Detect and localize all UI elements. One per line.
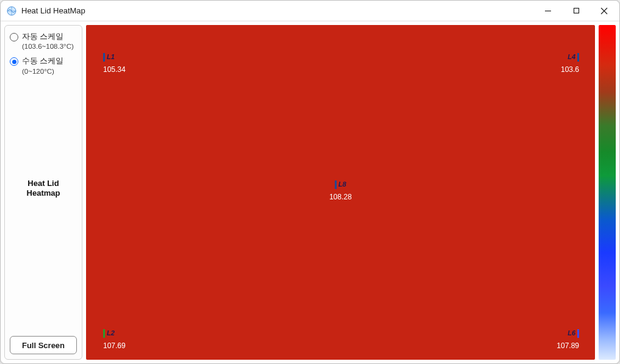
app-window: Heat Lid HeatMap 자동 스케일 (103.6~108.3°C) [0,0,620,364]
sensor-id: L4 [568,53,575,61]
sensor-marker-L8: L8 [330,180,352,189]
svg-rect-2 [574,9,579,13]
sensor-L4: L4 103.6 [561,53,579,74]
panel-title: Heat Lid Heatmap [10,179,77,199]
sensor-bar-icon [103,53,105,62]
radio-icon [10,33,18,41]
sensor-value: 107.69 [103,341,126,350]
sensor-id: L8 [339,180,347,188]
manual-scale-range: (0~120°C) [22,68,77,75]
auto-scale-range: (103.6~108.3°C) [22,43,77,50]
radio-auto-scale[interactable]: 자동 스케일 [10,32,77,41]
sensor-bar-icon [335,180,337,189]
window-title: Heat Lid HeatMap [21,6,85,15]
radio-manual-scale[interactable]: 수동 스케일 [10,56,77,66]
sensor-bar-icon [103,329,105,338]
sidebar: 자동 스케일 (103.6~108.3°C) 수동 스케일 (0~120°C) … [4,25,82,360]
sensor-L6: L6 107.89 [557,329,579,350]
sensor-id: L6 [568,329,575,337]
sensor-bar-icon [577,329,579,338]
sensor-id: L2 [107,329,115,337]
sensor-marker-L6: L6 [557,329,579,338]
sensor-L2: L2 107.69 [103,329,126,350]
color-scale-bar [599,25,616,360]
sensor-marker-L1: L1 [103,53,126,62]
app-icon [7,6,16,16]
heatmap-area: L1 105.34 L4 103.6 L8 108.2 [86,25,616,360]
radio-icon [10,57,18,66]
scale-radio-group: 자동 스케일 (103.6~108.3°C) 수동 스케일 (0~120°C) [10,32,77,81]
heatmap-canvas: L1 105.34 L4 103.6 L8 108.2 [86,25,595,360]
sensor-value: 107.89 [557,341,579,350]
sensor-L8: L8 108.28 [330,180,352,201]
window-controls [534,1,618,21]
sensor-value: 108.28 [330,193,352,201]
radio-label: 자동 스케일 [22,32,63,41]
sensor-id: L1 [107,53,115,61]
titlebar[interactable]: Heat Lid HeatMap [1,1,619,21]
fullscreen-button[interactable]: Full Screen [10,336,77,354]
minimize-button[interactable] [534,1,562,21]
panel-title-line2: Heatmap [27,188,60,198]
sensor-marker-L4: L4 [561,53,579,62]
sensor-bar-icon [577,53,579,62]
fullscreen-button-label: Full Screen [22,341,65,350]
sensor-value: 105.34 [103,65,126,74]
sensor-marker-L2: L2 [103,329,126,338]
close-button[interactable] [590,1,618,21]
panel-title-line1: Heat Lid [27,179,59,188]
sensor-value: 103.6 [561,65,579,74]
content-area: 자동 스케일 (103.6~108.3°C) 수동 스케일 (0~120°C) … [1,21,619,363]
radio-label: 수동 스케일 [22,56,63,66]
maximize-button[interactable] [562,1,590,21]
sensor-L1: L1 105.34 [103,53,126,74]
